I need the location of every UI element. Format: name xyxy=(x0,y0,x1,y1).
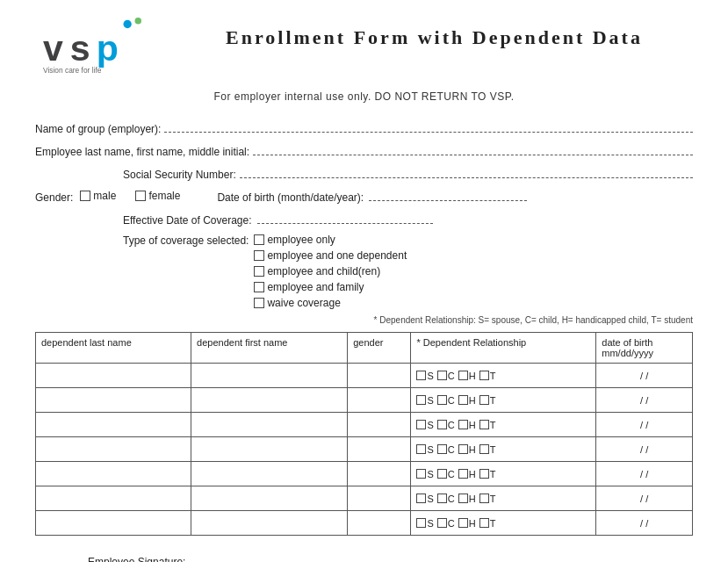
dep-rel-s-2[interactable]: S xyxy=(416,420,433,430)
gender-male-option[interactable]: male xyxy=(80,190,116,202)
dep-rel-s-6[interactable]: S xyxy=(416,518,433,529)
dep-gender-2[interactable] xyxy=(348,413,411,437)
dep-last-name-0[interactable] xyxy=(36,364,191,388)
dep-gender-0[interactable] xyxy=(348,364,411,388)
dep-rel-h-5[interactable]: H xyxy=(458,494,476,504)
dep-rel-h-6[interactable]: H xyxy=(458,518,476,529)
dep-rel-checkbox-s-2[interactable] xyxy=(416,420,426,429)
dep-rel-checkbox-s-6[interactable] xyxy=(416,518,426,528)
dep-rel-h-0[interactable]: H xyxy=(458,371,476,381)
dep-rel-checkbox-h-0[interactable] xyxy=(458,371,468,380)
coverage-checkbox-1[interactable] xyxy=(254,250,264,261)
dep-rel-c-5[interactable]: C xyxy=(437,494,455,504)
dep-dob-4[interactable]: / / xyxy=(596,462,693,486)
dob-line[interactable] xyxy=(369,187,527,201)
dep-rel-t-6[interactable]: T xyxy=(479,518,496,529)
dep-first-name-6[interactable] xyxy=(191,511,348,536)
coverage-checkbox-0[interactable] xyxy=(254,234,264,245)
dep-rel-c-1[interactable]: C xyxy=(437,395,455,406)
group-name-line[interactable] xyxy=(164,119,693,133)
dep-gender-1[interactable] xyxy=(348,388,411,413)
dep-rel-t-4[interactable]: T xyxy=(479,469,496,479)
gender-male-checkbox[interactable] xyxy=(80,191,90,201)
dep-rel-c-2[interactable]: C xyxy=(437,420,455,430)
dep-rel-checkbox-t-6[interactable] xyxy=(479,518,489,528)
dep-rel-checkbox-h-5[interactable] xyxy=(458,494,468,503)
gender-female-checkbox[interactable] xyxy=(135,191,146,201)
dep-last-name-1[interactable] xyxy=(36,388,191,413)
dep-rel-checkbox-c-5[interactable] xyxy=(437,494,447,503)
dep-rel-c-3[interactable]: C xyxy=(437,444,455,455)
dep-last-name-4[interactable] xyxy=(36,462,191,486)
dep-rel-h-2[interactable]: H xyxy=(458,420,476,430)
dep-rel-h-4[interactable]: H xyxy=(458,469,476,479)
dep-rel-c-4[interactable]: C xyxy=(437,469,455,479)
coverage-checkbox-4[interactable] xyxy=(254,298,264,308)
dep-dob-3[interactable]: / / xyxy=(596,437,693,462)
dep-gender-3[interactable] xyxy=(348,437,411,462)
dep-gender-5[interactable] xyxy=(348,486,411,511)
dep-gender-6[interactable] xyxy=(348,511,411,536)
dep-first-name-0[interactable] xyxy=(191,364,348,388)
dep-rel-checkbox-s-5[interactable] xyxy=(416,494,426,503)
dep-rel-checkbox-s-1[interactable] xyxy=(416,395,426,405)
dep-rel-checkbox-s-0[interactable] xyxy=(416,371,426,380)
dep-rel-checkbox-c-1[interactable] xyxy=(437,395,447,405)
dep-rel-checkbox-t-5[interactable] xyxy=(479,494,489,503)
dep-rel-s-4[interactable]: S xyxy=(416,469,433,479)
dep-rel-checkbox-c-2[interactable] xyxy=(437,420,447,429)
dep-rel-checkbox-s-4[interactable] xyxy=(416,469,426,479)
dep-rel-checkbox-h-6[interactable] xyxy=(458,518,468,528)
dep-rel-t-2[interactable]: T xyxy=(479,420,496,430)
gender-female-option[interactable]: female xyxy=(135,190,180,202)
dep-rel-checkbox-c-6[interactable] xyxy=(437,518,447,528)
dep-first-name-2[interactable] xyxy=(191,413,348,437)
dep-rel-c-6[interactable]: C xyxy=(437,518,455,529)
signature-line[interactable] xyxy=(191,551,693,562)
dep-first-name-5[interactable] xyxy=(191,486,348,511)
dep-gender-4[interactable] xyxy=(348,462,411,486)
dep-rel-s-5[interactable]: S xyxy=(416,494,433,504)
dep-rel-h-3[interactable]: H xyxy=(458,444,476,455)
dep-rel-checkbox-t-4[interactable] xyxy=(479,469,489,479)
dep-rel-checkbox-t-0[interactable] xyxy=(479,371,489,380)
dep-dob-5[interactable]: / / xyxy=(596,486,693,511)
dep-last-name-6[interactable] xyxy=(36,511,191,536)
dep-last-name-3[interactable] xyxy=(36,437,191,462)
dep-rel-s-0[interactable]: S xyxy=(416,371,433,381)
coverage-option-1[interactable]: employee and one dependent xyxy=(254,249,407,262)
dep-last-name-2[interactable] xyxy=(36,413,191,437)
coverage-option-2[interactable]: employee and child(ren) xyxy=(254,265,407,277)
dep-rel-checkbox-h-1[interactable] xyxy=(458,395,468,405)
dep-rel-checkbox-h-4[interactable] xyxy=(458,469,468,479)
dep-rel-checkbox-t-1[interactable] xyxy=(479,395,489,405)
dep-rel-c-0[interactable]: C xyxy=(437,371,455,381)
dep-rel-t-5[interactable]: T xyxy=(479,494,496,504)
dep-rel-s-3[interactable]: S xyxy=(416,444,433,455)
coverage-checkbox-2[interactable] xyxy=(254,266,264,277)
dep-rel-s-1[interactable]: S xyxy=(416,395,433,406)
dep-rel-checkbox-h-3[interactable] xyxy=(458,444,468,454)
dep-rel-h-1[interactable]: H xyxy=(458,395,476,406)
dep-last-name-5[interactable] xyxy=(36,486,191,511)
dep-rel-t-1[interactable]: T xyxy=(479,395,496,406)
dep-first-name-4[interactable] xyxy=(191,462,348,486)
dep-rel-checkbox-t-2[interactable] xyxy=(479,420,489,429)
ssn-line[interactable] xyxy=(240,164,693,178)
employee-name-line[interactable] xyxy=(253,141,693,155)
dep-rel-checkbox-c-3[interactable] xyxy=(437,444,447,454)
coverage-checkbox-3[interactable] xyxy=(254,282,264,292)
coverage-option-0[interactable]: employee only xyxy=(254,234,407,246)
dep-rel-checkbox-s-3[interactable] xyxy=(416,444,426,454)
dep-dob-2[interactable]: / / xyxy=(596,413,693,437)
dep-rel-checkbox-h-2[interactable] xyxy=(458,420,468,429)
effective-date-line[interactable] xyxy=(257,210,433,224)
coverage-option-4[interactable]: waive coverage xyxy=(254,297,407,309)
dep-rel-checkbox-t-3[interactable] xyxy=(479,444,489,454)
dep-rel-t-3[interactable]: T xyxy=(479,444,496,455)
dep-rel-t-0[interactable]: T xyxy=(479,371,496,381)
dep-dob-0[interactable]: / / xyxy=(596,364,693,388)
coverage-option-3[interactable]: employee and family xyxy=(254,281,407,293)
dep-first-name-1[interactable] xyxy=(191,388,348,413)
dep-rel-checkbox-c-0[interactable] xyxy=(437,371,447,380)
